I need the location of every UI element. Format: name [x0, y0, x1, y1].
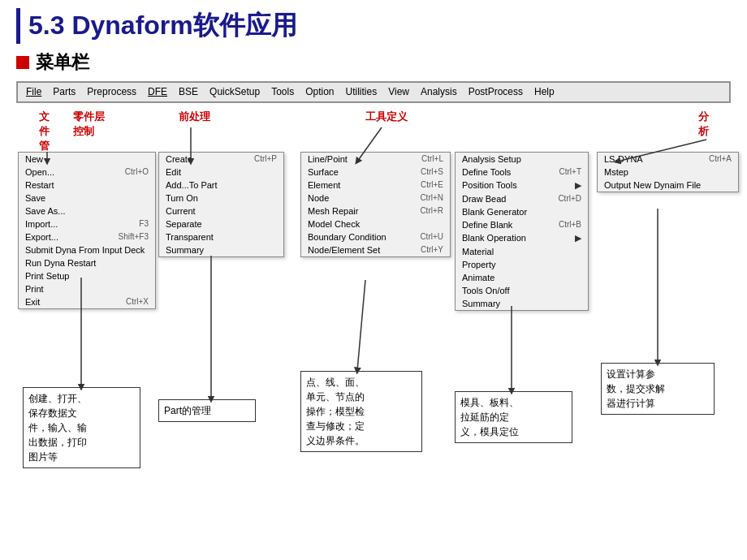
page: 5.3 Dynaform软件应用 菜单栏 File Parts Preproce…: [0, 0, 747, 560]
menu-item-positiontools[interactable]: Position Tools▶: [456, 179, 588, 192]
menu-item-printsetup[interactable]: Print Setup: [19, 269, 155, 282]
dropdown-preprocess: CreateCtrl+P Edit Add...To Part Turn On …: [158, 152, 284, 257]
annot-file: 创建、打开、保存数据文件，输入、输出数据，打印图片等: [23, 387, 140, 468]
subtitle: 菜单栏: [36, 50, 89, 75]
menu-item-turnon[interactable]: Turn On: [159, 192, 283, 205]
menu-item-lsdyna[interactable]: LS-DYNACtrl+A: [598, 153, 738, 166]
menu-item-rundyna[interactable]: Run Dyna Restart: [19, 256, 155, 269]
svg-line-6: [357, 280, 365, 371]
menu-bse[interactable]: BSE: [174, 84, 203, 100]
menu-item-restart[interactable]: Restart: [19, 179, 155, 192]
menu-item-summary-ana[interactable]: Summary: [456, 297, 588, 310]
menu-tools[interactable]: Tools: [266, 84, 299, 100]
menu-dfe[interactable]: DFE: [143, 84, 172, 100]
label-tools: 工具定义: [365, 110, 408, 124]
menu-item-toolsonoff[interactable]: Tools On/off: [456, 284, 588, 297]
menu-item-transparent[interactable]: Transparent: [159, 230, 283, 243]
label-analysis: 分析: [698, 110, 709, 139]
menu-item-node[interactable]: NodeCtrl+N: [301, 192, 450, 205]
menu-item-definetools[interactable]: Define ToolsCtrl+T: [456, 166, 588, 179]
menu-utilities[interactable]: Utilities: [341, 84, 382, 100]
dropdown-lsdyna: LS-DYNACtrl+A Mstep Output New Dynaim Fi…: [597, 152, 739, 192]
menu-item-modelcheck[interactable]: Model Check: [301, 218, 450, 230]
menu-quicksetup[interactable]: QuickSetup: [205, 84, 265, 100]
menu-view[interactable]: View: [383, 84, 414, 100]
annot-lsdyna: 设置计算参数，提交求解器进行计算: [601, 363, 715, 415]
menu-item-property[interactable]: Property: [456, 258, 588, 271]
label-preprocess: 前处理: [179, 110, 210, 124]
menu-analysis[interactable]: Analysis: [416, 84, 462, 100]
menu-item-drawbead[interactable]: Draw BeadCtrl+D: [456, 192, 588, 205]
label-parts: 零件层控制: [73, 110, 105, 139]
dropdown-tools: Line/PointCtrl+L SurfaceCtrl+S ElementCt…: [300, 152, 451, 257]
menu-help[interactable]: Help: [529, 84, 559, 100]
menu-postprocess[interactable]: PostProcess: [464, 84, 528, 100]
menu-item-material[interactable]: Material: [456, 245, 588, 258]
menu-item-open[interactable]: Open...Ctrl+O: [19, 166, 155, 179]
menu-item-save[interactable]: Save: [19, 192, 155, 205]
menu-parts[interactable]: Parts: [48, 84, 80, 100]
menu-item-linepoint[interactable]: Line/PointCtrl+L: [301, 153, 450, 166]
annot-parts: Part的管理: [158, 399, 256, 422]
menu-option[interactable]: Option: [300, 84, 339, 100]
bullet-icon: [16, 56, 29, 69]
dropdown-file: New Open...Ctrl+O Restart Save Save As..…: [18, 152, 156, 309]
page-title: 5.3 Dynaform软件应用: [16, 8, 731, 44]
menu-item-element[interactable]: ElementCtrl+E: [301, 179, 450, 192]
menu-item-print[interactable]: Print: [19, 282, 155, 295]
menu-file[interactable]: File: [21, 84, 46, 100]
menu-item-export[interactable]: Export...Shift+F3: [19, 230, 155, 243]
menu-item-addtopart[interactable]: Add...To Part: [159, 179, 283, 192]
menu-item-blankoperation[interactable]: Blank Operation▶: [456, 231, 588, 245]
annot-tools: 点、线、面、单元、节点的操作；模型检查与修改；定义边界条件。: [300, 371, 422, 452]
menu-item-current[interactable]: Current: [159, 205, 283, 218]
dropdown-analysis: Analysis Setup Define ToolsCtrl+T Positi…: [455, 152, 589, 311]
menu-item-saveas[interactable]: Save As...: [19, 205, 155, 218]
menubar: File Parts Preprocess DFE BSE QuickSetup…: [17, 82, 730, 102]
menu-item-create[interactable]: CreateCtrl+P: [159, 153, 283, 166]
annot-analysis: 模具、板料、拉延筋的定义，模具定位: [455, 391, 572, 443]
menu-item-import[interactable]: Import...F3: [19, 218, 155, 230]
menu-item-boundary[interactable]: Boundary ConditionCtrl+U: [301, 230, 450, 243]
menu-item-exit[interactable]: ExitCtrl+X: [19, 295, 155, 308]
menu-item-edit[interactable]: Edit: [159, 166, 283, 179]
menu-item-nodeset[interactable]: Node/Element SetCtrl+Y: [301, 243, 450, 256]
menu-item-separate[interactable]: Separate: [159, 218, 283, 230]
menu-item-blankgenerator[interactable]: Blank Generator: [456, 205, 588, 218]
subtitle-row: 菜单栏: [16, 50, 731, 75]
menu-item-new[interactable]: New: [19, 153, 155, 166]
menu-item-summary-pre[interactable]: Summary: [159, 243, 283, 256]
menu-item-animate[interactable]: Animate: [456, 271, 588, 284]
menu-item-defineblank[interactable]: Define BlankCtrl+B: [456, 218, 588, 231]
menu-preprocess[interactable]: Preprocess: [82, 84, 141, 100]
menu-item-surface[interactable]: SurfaceCtrl+S: [301, 166, 450, 179]
menu-item-analysissetup[interactable]: Analysis Setup: [456, 153, 588, 166]
menu-item-outputnew[interactable]: Output New Dynaim File: [598, 179, 738, 192]
menu-item-mstep[interactable]: Mstep: [598, 166, 738, 179]
menu-item-meshrepair[interactable]: Mesh RepairCtrl+R: [301, 205, 450, 218]
menu-item-submit[interactable]: Submit Dyna From Input Deck: [19, 243, 155, 256]
